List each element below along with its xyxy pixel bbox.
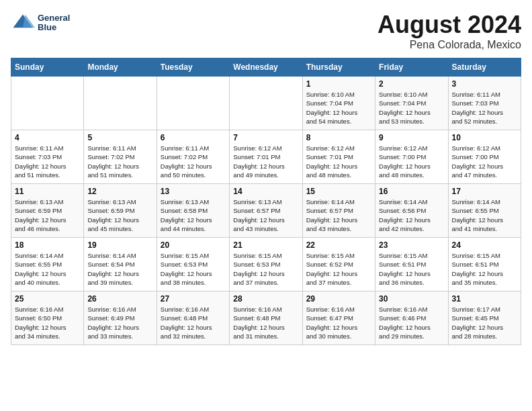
day-number: 30 — [379, 294, 444, 304]
day-info: Sunrise: 6:17 AM Sunset: 6:45 PM Dayligh… — [452, 305, 517, 340]
calendar-cell: 30Sunrise: 6:16 AM Sunset: 6:46 PM Dayli… — [375, 291, 448, 345]
weekday-header-tuesday: Tuesday — [157, 58, 229, 77]
calendar-cell: 3Sunrise: 6:11 AM Sunset: 7:03 PM Daylig… — [448, 77, 521, 130]
calendar-cell — [11, 77, 84, 130]
day-number: 23 — [379, 240, 444, 250]
weekday-header-thursday: Thursday — [302, 58, 375, 77]
day-number: 26 — [87, 294, 152, 304]
day-info: Sunrise: 6:15 AM Sunset: 6:53 PM Dayligh… — [161, 251, 226, 287]
calendar-cell: 6Sunrise: 6:11 AM Sunset: 7:02 PM Daylig… — [157, 130, 229, 184]
weekday-header-saturday: Saturday — [448, 58, 521, 77]
day-info: Sunrise: 6:14 AM Sunset: 6:55 PM Dayligh… — [452, 197, 517, 233]
calendar-cell — [84, 77, 157, 130]
day-number: 19 — [87, 240, 152, 250]
day-info: Sunrise: 6:10 AM Sunset: 7:04 PM Dayligh… — [306, 90, 371, 126]
calendar-cell: 22Sunrise: 6:15 AM Sunset: 6:52 PM Dayli… — [302, 238, 375, 291]
day-info: Sunrise: 6:16 AM Sunset: 6:50 PM Dayligh… — [15, 305, 80, 340]
day-info: Sunrise: 6:15 AM Sunset: 6:51 PM Dayligh… — [452, 251, 517, 287]
calendar-cell: 13Sunrise: 6:13 AM Sunset: 6:58 PM Dayli… — [157, 184, 229, 238]
day-number: 17 — [452, 187, 517, 196]
day-info: Sunrise: 6:11 AM Sunset: 7:02 PM Dayligh… — [87, 144, 152, 179]
day-info: Sunrise: 6:16 AM Sunset: 6:48 PM Dayligh… — [233, 305, 298, 340]
day-number: 5 — [87, 133, 152, 142]
calendar-cell: 16Sunrise: 6:14 AM Sunset: 6:56 PM Dayli… — [375, 184, 448, 238]
calendar-cell: 25Sunrise: 6:16 AM Sunset: 6:50 PM Dayli… — [11, 291, 84, 345]
day-number: 24 — [452, 240, 517, 250]
day-number: 13 — [161, 187, 226, 196]
day-number: 27 — [161, 294, 226, 304]
calendar-cell: 24Sunrise: 6:15 AM Sunset: 6:51 PM Dayli… — [448, 238, 521, 291]
day-number: 12 — [87, 187, 152, 196]
calendar-cell: 17Sunrise: 6:14 AM Sunset: 6:55 PM Dayli… — [448, 184, 521, 238]
day-number: 6 — [161, 133, 226, 142]
calendar-week-3: 11Sunrise: 6:13 AM Sunset: 6:59 PM Dayli… — [11, 184, 521, 238]
calendar-cell: 8Sunrise: 6:12 AM Sunset: 7:01 PM Daylig… — [302, 130, 375, 184]
day-info: Sunrise: 6:12 AM Sunset: 7:01 PM Dayligh… — [233, 144, 298, 179]
day-info: Sunrise: 6:15 AM Sunset: 6:52 PM Dayligh… — [306, 251, 371, 287]
calendar-cell — [230, 77, 302, 130]
day-info: Sunrise: 6:15 AM Sunset: 6:53 PM Dayligh… — [233, 251, 298, 287]
calendar-cell: 20Sunrise: 6:15 AM Sunset: 6:53 PM Dayli… — [157, 238, 229, 291]
day-number: 29 — [306, 294, 371, 304]
page-header: General Blue August 2024 Pena Colorada, … — [11, 11, 521, 51]
day-info: Sunrise: 6:12 AM Sunset: 7:01 PM Dayligh… — [306, 144, 371, 179]
calendar-cell: 2Sunrise: 6:10 AM Sunset: 7:04 PM Daylig… — [375, 77, 448, 130]
day-number: 9 — [379, 133, 444, 142]
calendar-week-5: 25Sunrise: 6:16 AM Sunset: 6:50 PM Dayli… — [11, 291, 521, 345]
calendar-cell: 9Sunrise: 6:12 AM Sunset: 7:00 PM Daylig… — [375, 130, 448, 184]
day-info: Sunrise: 6:16 AM Sunset: 6:47 PM Dayligh… — [306, 305, 371, 340]
day-info: Sunrise: 6:12 AM Sunset: 7:00 PM Dayligh… — [452, 144, 517, 179]
day-number: 11 — [15, 187, 80, 196]
weekday-header-wednesday: Wednesday — [230, 58, 302, 77]
day-info: Sunrise: 6:16 AM Sunset: 6:49 PM Dayligh… — [87, 305, 152, 340]
day-info: Sunrise: 6:11 AM Sunset: 7:02 PM Dayligh… — [161, 144, 226, 179]
calendar-cell: 4Sunrise: 6:11 AM Sunset: 7:03 PM Daylig… — [11, 130, 84, 184]
day-number: 7 — [233, 133, 298, 142]
calendar-cell: 19Sunrise: 6:14 AM Sunset: 6:54 PM Dayli… — [84, 238, 157, 291]
day-number: 3 — [452, 79, 517, 89]
calendar-cell: 11Sunrise: 6:13 AM Sunset: 6:59 PM Dayli… — [11, 184, 84, 238]
calendar-cell: 31Sunrise: 6:17 AM Sunset: 6:45 PM Dayli… — [448, 291, 521, 345]
day-number: 1 — [306, 79, 371, 89]
day-info: Sunrise: 6:10 AM Sunset: 7:04 PM Dayligh… — [379, 90, 444, 126]
calendar-cell: 1Sunrise: 6:10 AM Sunset: 7:04 PM Daylig… — [302, 77, 375, 130]
calendar-cell: 18Sunrise: 6:14 AM Sunset: 6:55 PM Dayli… — [11, 238, 84, 291]
day-number: 21 — [233, 240, 298, 250]
calendar-cell: 10Sunrise: 6:12 AM Sunset: 7:00 PM Dayli… — [448, 130, 521, 184]
day-info: Sunrise: 6:14 AM Sunset: 6:56 PM Dayligh… — [379, 197, 444, 233]
day-number: 8 — [306, 133, 371, 142]
calendar-week-1: 1Sunrise: 6:10 AM Sunset: 7:04 PM Daylig… — [11, 77, 521, 130]
calendar-week-4: 18Sunrise: 6:14 AM Sunset: 6:55 PM Dayli… — [11, 238, 521, 291]
day-info: Sunrise: 6:13 AM Sunset: 6:59 PM Dayligh… — [15, 197, 80, 233]
calendar-cell: 23Sunrise: 6:15 AM Sunset: 6:51 PM Dayli… — [375, 238, 448, 291]
day-number: 22 — [306, 240, 371, 250]
day-number: 31 — [452, 294, 517, 304]
calendar-cell: 5Sunrise: 6:11 AM Sunset: 7:02 PM Daylig… — [84, 130, 157, 184]
day-info: Sunrise: 6:15 AM Sunset: 6:51 PM Dayligh… — [379, 251, 444, 287]
title-block: August 2024 Pena Colorada, Mexico — [378, 11, 521, 51]
day-number: 15 — [306, 187, 371, 196]
day-info: Sunrise: 6:14 AM Sunset: 6:57 PM Dayligh… — [306, 197, 371, 233]
day-info: Sunrise: 6:13 AM Sunset: 6:58 PM Dayligh… — [161, 197, 226, 233]
day-number: 14 — [233, 187, 298, 196]
calendar-subtitle: Pena Colorada, Mexico — [378, 39, 521, 51]
day-number: 18 — [15, 240, 80, 250]
day-info: Sunrise: 6:16 AM Sunset: 6:46 PM Dayligh… — [379, 305, 444, 340]
day-number: 4 — [15, 133, 80, 142]
day-number: 10 — [452, 133, 517, 142]
day-number: 16 — [379, 187, 444, 196]
day-number: 28 — [233, 294, 298, 304]
logo-text: General Blue — [38, 13, 70, 33]
calendar-cell: 27Sunrise: 6:16 AM Sunset: 6:48 PM Dayli… — [157, 291, 229, 345]
calendar-cell: 26Sunrise: 6:16 AM Sunset: 6:49 PM Dayli… — [84, 291, 157, 345]
day-info: Sunrise: 6:16 AM Sunset: 6:48 PM Dayligh… — [161, 305, 226, 340]
day-info: Sunrise: 6:11 AM Sunset: 7:03 PM Dayligh… — [452, 90, 517, 126]
logo: General Blue — [11, 11, 70, 35]
calendar-cell: 21Sunrise: 6:15 AM Sunset: 6:53 PM Dayli… — [230, 238, 302, 291]
calendar-title: August 2024 — [378, 11, 521, 39]
day-info: Sunrise: 6:13 AM Sunset: 6:57 PM Dayligh… — [233, 197, 298, 233]
calendar-cell: 14Sunrise: 6:13 AM Sunset: 6:57 PM Dayli… — [230, 184, 302, 238]
weekday-header-row: SundayMondayTuesdayWednesdayThursdayFrid… — [11, 58, 521, 77]
calendar-table: SundayMondayTuesdayWednesdayThursdayFrid… — [11, 58, 521, 345]
calendar-cell — [157, 77, 229, 130]
